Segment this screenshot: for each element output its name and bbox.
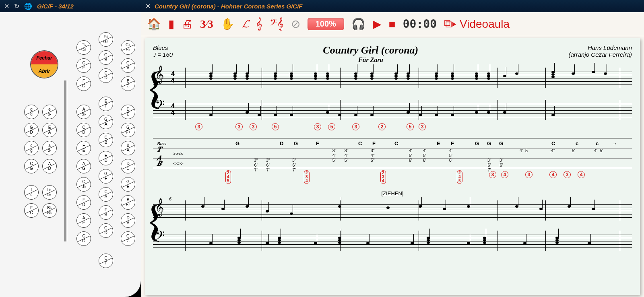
note-button[interactable]: GA [99, 115, 113, 129]
note-button[interactable]: GC [121, 231, 135, 246]
note-button[interactable]: GD [24, 123, 39, 137]
treble-staff-2: 𝄞 6 [153, 200, 632, 221]
finger-circle: 3 [235, 123, 243, 130]
bellows-toggle[interactable]: Fechar Abrir [30, 50, 58, 78]
note-button[interactable]: fc [24, 185, 39, 200]
note-button[interactable]: FD [76, 195, 91, 210]
note-button[interactable]: ED [99, 151, 113, 165]
note-button[interactable]: GA [121, 58, 135, 73]
play-icon[interactable]: ▶ [373, 17, 382, 31]
note-button[interactable]: FE [76, 141, 91, 155]
note-button[interactable]: BA [121, 141, 135, 155]
note-button[interactable]: B♭B♭ [42, 203, 57, 218]
note-button[interactable]: EF [99, 97, 113, 111]
note-button[interactable]: F♯G♯ [99, 32, 113, 47]
note-button[interactable]: b♭b♭ [42, 185, 57, 200]
tempo-slider[interactable]: 100% [308, 18, 344, 30]
note-button[interactable]: AB♭ [76, 105, 91, 119]
bass-staff-2: 𝄢 [153, 231, 632, 251]
note-button[interactable]: GB [99, 50, 113, 65]
divider-lines [64, 80, 68, 241]
finger-circle: 3 [525, 171, 533, 178]
note-button[interactable]: CB♭ [76, 177, 91, 192]
note-button[interactable]: CE [76, 58, 91, 73]
note-button[interactable]: FG [76, 76, 91, 91]
note-button[interactable]: ea- [42, 105, 57, 119]
hand-icon[interactable]: ✋ [221, 17, 235, 31]
fechar-label: Fechar [31, 51, 58, 64]
note-button[interactable]: GF [99, 169, 113, 184]
piece-subtitle: Für Zara [173, 56, 568, 64]
note-button[interactable]: BC [121, 76, 135, 91]
finger-circle: 4 [549, 171, 557, 178]
note-button[interactable]: CD [99, 68, 113, 83]
bass-staff: 𝄢 44 [153, 100, 632, 120]
button-layout-panel: Fechar Abrir gdea-GDEAcgad-CGADfcb♭b♭FCB… [0, 12, 141, 297]
tab-staff: BassGDGFCFCEFGGGCcc→ 𝑻𝑨>><<3" 4" 5"3" 4"… [153, 138, 632, 168]
headphones-icon[interactable]: 🎧 [351, 17, 365, 31]
timesig-icon[interactable]: 3⁄3 [200, 18, 213, 31]
finger-circle: 5 [272, 123, 279, 130]
note-button[interactable]: ad- [42, 141, 57, 155]
note-button[interactable]: EB [99, 205, 113, 220]
note-button[interactable]: CG [76, 231, 91, 246]
note-button[interactable]: EA [42, 123, 57, 137]
bass-clef: 𝄢 [155, 229, 165, 246]
note-button[interactable]: cg [24, 141, 39, 155]
note-button[interactable]: FC [24, 203, 39, 218]
globe-icon[interactable]: 🌐 [24, 2, 32, 10]
note-button[interactable]: DC [121, 159, 135, 173]
note-button[interactable]: gd [24, 105, 39, 119]
close-icon[interactable]: ✕ [4, 2, 9, 10]
videoaula-link[interactable]: ⧉▸ Videoaula [444, 17, 510, 31]
instrument-icon[interactable]: ▮ [168, 17, 174, 31]
note-button[interactable]: AE [76, 213, 91, 228]
script-l-icon[interactable]: 𝓛 [242, 17, 248, 31]
note-button[interactable]: CD [76, 123, 91, 137]
finger-circle: 3 [352, 123, 359, 130]
finger-circle: 3 [419, 123, 426, 130]
note-button[interactable]: DA [121, 213, 135, 228]
home-icon[interactable]: 🏠 [147, 17, 161, 31]
finger-circle: 3 [314, 123, 321, 130]
composer-credit: Hans Lüdemann (arranjo Cezar Ferreira) [568, 44, 632, 58]
treble-staff: 𝄞 44 [153, 68, 632, 88]
time-signature: 44 [171, 71, 175, 84]
treble-clef: 𝄞 [155, 66, 164, 83]
print-icon[interactable]: 🖨 [182, 17, 193, 31]
time-display: 00:00 [403, 17, 437, 31]
note-button[interactable]: CA [99, 187, 113, 202]
close-song-icon[interactable]: ✕ [145, 2, 151, 10]
finger-circle: 3 [564, 171, 571, 178]
time-signature-bass: 44 [171, 103, 175, 116]
tuning-label: G/C/F - 34/12 [37, 3, 74, 10]
note-button[interactable]: CF [99, 254, 113, 268]
note-button[interactable]: GD [99, 223, 113, 238]
treble-clef: 𝄞 [155, 198, 164, 216]
note-button[interactable]: AG [76, 159, 91, 173]
video-icon: ⧉▸ [444, 17, 456, 31]
note-button[interactable]: E♭C♯ [76, 40, 91, 55]
finger-circle: 3 [195, 123, 202, 130]
note-button[interactable]: GF♯ [121, 123, 135, 137]
note-button[interactable]: DE [121, 105, 135, 119]
finger-circle: 3 [489, 171, 496, 178]
note-button[interactable]: CG [24, 159, 39, 173]
refresh-icon[interactable]: ↻ [14, 2, 19, 10]
compass-icon[interactable]: ⊘ [291, 17, 300, 31]
note-button[interactable]: AD [42, 159, 57, 173]
finger-oval: 234 [380, 170, 386, 184]
note-button[interactable]: GE [121, 177, 135, 192]
finger-oval: 234 [304, 170, 310, 184]
piece-title: Country Girl (corona) [173, 44, 568, 56]
finger-circle: 4 [578, 171, 585, 178]
treble-clef-icon[interactable]: 𝄞 [256, 17, 262, 31]
note-button[interactable]: CB [99, 133, 113, 147]
finger-circle: 5 [328, 123, 335, 130]
bass-clef-icon[interactable]: 𝄢𝄞 [270, 17, 284, 31]
note-button[interactable]: BF♯ [121, 195, 135, 210]
stop-icon[interactable]: ■ [389, 18, 396, 31]
note-button[interactable]: C♯E♭ [121, 40, 135, 55]
finger-circle: 3 [250, 123, 257, 130]
tempo-marking: Blues ♩ = 160 [153, 44, 173, 58]
